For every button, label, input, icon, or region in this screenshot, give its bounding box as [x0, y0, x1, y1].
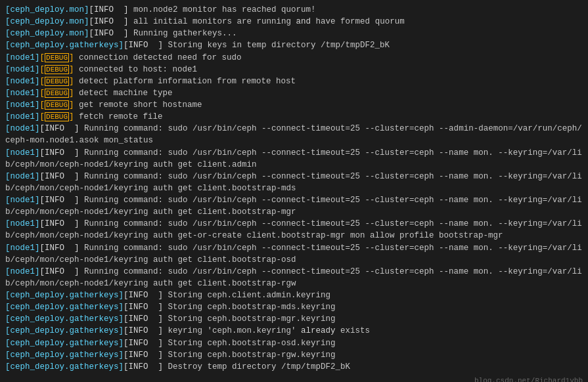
- msg-19: Storing ceph.bootstrap-mds.keyring: [163, 303, 336, 312]
- tag-21: [INFO ]: [124, 326, 163, 335]
- log-line-20: [ceph_deploy.gatherkeys][INFO ] Storing …: [5, 313, 583, 325]
- msg-24: Destroy temp directory /tmp/tmpDF2_bK: [163, 362, 350, 371]
- msg-13: Running command: sudo /usr/bin/ceph --co…: [5, 172, 582, 193]
- tag-16: [INFO ]: [40, 244, 79, 253]
- log-line-7: [node1][DEBUG] detect platform informati…: [5, 75, 583, 87]
- tag-13: [INFO ]: [40, 172, 79, 181]
- prefix-20: [ceph_deploy.gatherkeys]: [5, 314, 124, 324]
- prefix-6: [node1]: [5, 65, 40, 74]
- tag-15: [INFO ]: [40, 219, 79, 228]
- msg-14: Running command: sudo /usr/bin/ceph --co…: [5, 196, 582, 217]
- msg-12: Running command: sudo /usr/bin/ceph --co…: [5, 148, 582, 169]
- msg-2: all initial monitors are running and hav…: [129, 17, 405, 26]
- msg-6: connected to host: node1: [74, 65, 198, 74]
- msg-8: detect machine type: [74, 89, 173, 98]
- prefix-17: [node1]: [5, 267, 40, 276]
- prefix-3: [ceph_deploy.mon]: [5, 29, 89, 38]
- prefix-19: [ceph_deploy.gatherkeys]: [5, 303, 124, 312]
- prefix-22: [ceph_deploy.gatherkeys]: [5, 339, 124, 348]
- prefix-8: [node1]: [5, 89, 40, 98]
- prefix-23: [ceph_deploy.gatherkeys]: [5, 350, 124, 360]
- prefix-16: [node1]: [5, 244, 40, 253]
- msg-7: detect platform information from remote …: [74, 77, 296, 86]
- msg-11: Running command: sudo /usr/bin/ceph --co…: [5, 124, 582, 145]
- msg-5: connection detected need for sudo: [74, 53, 242, 62]
- tag-debug-9: [DEBUG]: [40, 100, 74, 110]
- prefix-1: [ceph_deploy.mon]: [5, 5, 89, 14]
- tag-22: [INFO ]: [124, 339, 163, 348]
- msg-15: Running command: sudo /usr/bin/ceph --co…: [5, 219, 582, 240]
- msg-1: mon.node2 monitor has reached quorum!: [129, 5, 316, 14]
- prefix-12: [node1]: [5, 148, 40, 158]
- log-line-3: [ceph_deploy.mon][INFO ] Running gatherk…: [5, 28, 583, 39]
- log-line-13: [node1][INFO ] Running command: sudo /us…: [5, 171, 583, 194]
- prefix-2: [ceph_deploy.mon]: [5, 17, 89, 26]
- log-line-8: [node1][DEBUG] detect machine type: [5, 87, 583, 99]
- log-line-15: [node1][INFO ] Running command: sudo /us…: [5, 218, 583, 242]
- log-line-17: [node1][INFO ] Running command: sudo /us…: [5, 266, 583, 289]
- log-line-14: [node1][INFO ] Running command: sudo /us…: [5, 194, 583, 218]
- msg-21: keyring 'ceph.mon.keyring' already exist…: [163, 326, 370, 335]
- log-line-16: [node1][INFO ] Running command: sudo /us…: [5, 242, 583, 266]
- tag-14: [INFO ]: [40, 196, 79, 205]
- tag-debug-7: [DEBUG]: [40, 77, 74, 86]
- prefix-15: [node1]: [5, 219, 40, 228]
- watermark-text: blog.csdn.net/Richard1ybb: [474, 377, 583, 382]
- msg-9: get remote short hostname: [74, 100, 202, 110]
- prefix-14: [node1]: [5, 196, 40, 205]
- msg-20: Storing ceph.bootstrap-mgr.keyring: [163, 314, 336, 324]
- log-line-23: [ceph_deploy.gatherkeys][INFO ] Storing …: [5, 349, 583, 361]
- tag-2: [INFO ]: [89, 17, 129, 26]
- tag-24: [INFO ]: [124, 362, 163, 371]
- log-line-9: [node1][DEBUG] get remote short hostname: [5, 99, 583, 111]
- log-line-2: [ceph_deploy.mon][INFO ] all initial mon…: [5, 16, 583, 28]
- log-line-6: [node1][DEBUG] connected to host: node1: [5, 64, 583, 75]
- msg-17: Running command: sudo /usr/bin/ceph --co…: [5, 267, 582, 288]
- tag-3: [INFO ]: [89, 29, 129, 38]
- tag-debug-10: [DEBUG]: [40, 112, 74, 121]
- msg-3: Running gatherkeys...: [129, 29, 237, 38]
- terminal-window: [ceph_deploy.mon][INFO ] mon.node2 monit…: [0, 0, 588, 382]
- log-line-11: [node1][INFO ] Running command: sudo /us…: [5, 123, 583, 146]
- msg-16: Running command: sudo /usr/bin/ceph --co…: [5, 244, 582, 265]
- log-line-21: [ceph_deploy.gatherkeys][INFO ] keyring …: [5, 325, 583, 337]
- tag-debug-5: [DEBUG]: [40, 53, 74, 62]
- log-line-5: [node1][DEBUG] connection detected need …: [5, 52, 583, 64]
- log-line-19: [ceph_deploy.gatherkeys][INFO ] Storing …: [5, 301, 583, 313]
- tag-1: [INFO ]: [89, 5, 129, 14]
- tag-20: [INFO ]: [124, 314, 163, 324]
- tag-18: [INFO ]: [124, 291, 163, 300]
- log-line-18: [ceph_deploy.gatherkeys][INFO ] Storing …: [5, 289, 583, 301]
- msg-4: Storing keys in temp directory /tmp/tmpD…: [163, 41, 390, 50]
- prefix-13: [node1]: [5, 172, 40, 181]
- tag-11: [INFO ]: [40, 124, 79, 133]
- prefix-10: [node1]: [5, 112, 40, 121]
- prefix-24: [ceph_deploy.gatherkeys]: [5, 362, 124, 371]
- tag-23: [INFO ]: [124, 350, 163, 360]
- prefix-11: [node1]: [5, 124, 40, 133]
- msg-18: Storing ceph.client.admin.keyring: [163, 291, 330, 300]
- prefix-4: [ceph_deploy.gatherkeys]: [5, 41, 124, 50]
- tag-19: [INFO ]: [124, 303, 163, 312]
- tag-4: [INFO ]: [124, 41, 163, 50]
- tag-12: [INFO ]: [40, 148, 79, 158]
- log-line-1: [ceph_deploy.mon][INFO ] mon.node2 monit…: [5, 4, 583, 16]
- prefix-21: [ceph_deploy.gatherkeys]: [5, 326, 124, 335]
- prefix-7: [node1]: [5, 77, 40, 86]
- msg-22: Storing ceph.bootstrap-osd.keyring: [163, 339, 336, 348]
- tag-debug-6: [DEBUG]: [40, 65, 74, 74]
- prefix-5: [node1]: [5, 53, 40, 62]
- log-line-10: [node1][DEBUG] fetch remote file: [5, 111, 583, 123]
- msg-23: Storing ceph.bootstrap-rgw.keyring: [163, 350, 336, 360]
- log-line-4: [ceph_deploy.gatherkeys][INFO ] Storing …: [5, 39, 583, 51]
- tag-debug-8: [DEBUG]: [40, 89, 74, 98]
- log-line-24: [ceph_deploy.gatherkeys][INFO ] Destroy …: [5, 361, 583, 373]
- prefix-18: [ceph_deploy.gatherkeys]: [5, 291, 124, 300]
- prefix-9: [node1]: [5, 100, 40, 110]
- msg-10: fetch remote file: [74, 112, 163, 121]
- log-line-12: [node1][INFO ] Running command: sudo /us…: [5, 147, 583, 171]
- log-line-22: [ceph_deploy.gatherkeys][INFO ] Storing …: [5, 337, 583, 349]
- watermark-area: blog.csdn.net/Richard1ybb: [5, 375, 583, 382]
- tag-17: [INFO ]: [40, 267, 79, 276]
